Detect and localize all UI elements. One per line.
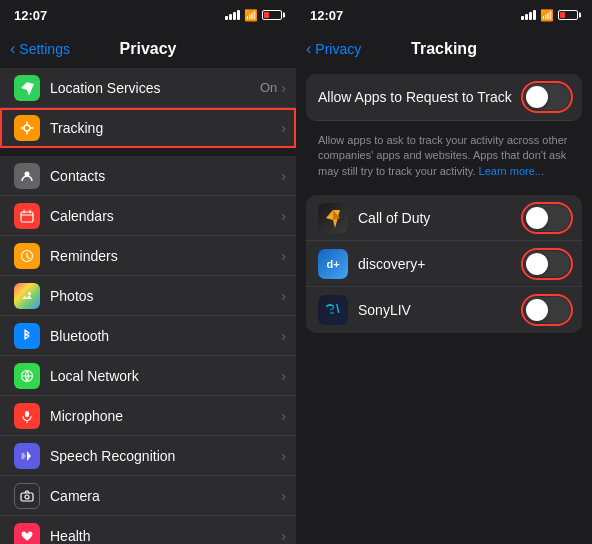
camera-icon	[14, 483, 40, 509]
chevron-reminders: ›	[281, 248, 286, 264]
battery-icon	[262, 10, 282, 20]
svg-rect-7	[21, 493, 33, 501]
location-services-icon	[14, 75, 40, 101]
cod-toggle-knob	[526, 207, 548, 229]
allow-tracking-row: Allow Apps to Request to Track	[306, 74, 582, 121]
microphone-label: Microphone	[50, 408, 281, 424]
list-item-speech-recognition[interactable]: Speech Recognition ›	[0, 436, 296, 476]
nav-bar-right: ‹ Privacy Tracking	[296, 30, 592, 68]
right-panel: 12:07 📶 ‹ Privacy Tracking Allow Apps t	[296, 0, 592, 544]
list-item-reminders[interactable]: Reminders ›	[0, 236, 296, 276]
allow-tracking-toggle[interactable]	[524, 84, 570, 110]
wifi-icon: 📶	[244, 9, 258, 22]
time-right: 12:07	[310, 8, 343, 23]
chevron-photos: ›	[281, 288, 286, 304]
discovery-toggle[interactable]	[524, 251, 570, 277]
tracking-content: Allow Apps to Request to Track Allow app…	[296, 68, 592, 544]
photos-icon	[14, 283, 40, 309]
list-section-top: Location Services On › Tracking ›	[0, 68, 296, 148]
list-item-bluetooth[interactable]: Bluetooth ›	[0, 316, 296, 356]
signal-icon	[225, 10, 240, 20]
svg-rect-2	[21, 212, 33, 222]
speech-recognition-icon	[14, 443, 40, 469]
discovery-app-icon: d+	[318, 249, 348, 279]
disc-toggle-knob	[526, 253, 548, 275]
chevron-bluetooth: ›	[281, 328, 286, 344]
speech-recognition-label: Speech Recognition	[50, 448, 281, 464]
sony-toggle-knob	[526, 299, 548, 321]
back-button-left[interactable]: ‹ Settings	[10, 40, 70, 58]
list-item-calendars[interactable]: Calendars ›	[0, 196, 296, 236]
svg-point-4	[28, 292, 31, 295]
local-network-icon	[14, 363, 40, 389]
allow-tracking-label: Allow Apps to Request to Track	[318, 89, 524, 105]
reminders-label: Reminders	[50, 248, 281, 264]
wifi-icon-right: 📶	[540, 9, 554, 22]
sonyliv-name: SonyLIV	[358, 302, 524, 318]
toggle-knob	[526, 86, 548, 108]
sonyliv-app-icon	[318, 295, 348, 325]
learn-more-link[interactable]: Learn more...	[479, 165, 544, 177]
chevron-camera: ›	[281, 488, 286, 504]
back-button-right[interactable]: ‹ Privacy	[306, 40, 361, 58]
time-left: 12:07	[14, 8, 47, 23]
location-services-label: Location Services	[50, 80, 260, 96]
app-row-discovery: d+ discovery+	[306, 241, 582, 287]
list-item-camera[interactable]: Camera ›	[0, 476, 296, 516]
health-icon	[14, 523, 40, 545]
allow-tracking-section: Allow Apps to Request to Track	[306, 74, 582, 121]
location-services-value: On	[260, 80, 277, 95]
bluetooth-icon	[14, 323, 40, 349]
microphone-icon	[14, 403, 40, 429]
call-of-duty-toggle[interactable]	[524, 205, 570, 231]
page-title-left: Privacy	[120, 40, 177, 58]
chevron-local-network: ›	[281, 368, 286, 384]
apps-section: Call of Duty d+ discovery+	[306, 195, 582, 333]
nav-bar-left: ‹ Settings Privacy	[0, 30, 296, 68]
tracking-label: Tracking	[50, 120, 281, 136]
chevron-health: ›	[281, 528, 286, 544]
back-chevron-left: ‹	[10, 40, 15, 58]
list-item-health[interactable]: Health ›	[0, 516, 296, 544]
list-item-photos[interactable]: Photos ›	[0, 276, 296, 316]
list-item-local-network[interactable]: Local Network ›	[0, 356, 296, 396]
discovery-name: discovery+	[358, 256, 524, 272]
contacts-icon	[14, 163, 40, 189]
back-label-right: Privacy	[315, 41, 361, 57]
chevron-tracking: ›	[281, 120, 286, 136]
reminders-icon	[14, 243, 40, 269]
privacy-list: Location Services On › Tracking ›	[0, 68, 296, 544]
list-item-tracking[interactable]: Tracking ›	[0, 108, 296, 148]
local-network-label: Local Network	[50, 368, 281, 384]
tracking-icon	[14, 115, 40, 141]
chevron-location-services: ›	[281, 80, 286, 96]
contacts-label: Contacts	[50, 168, 281, 184]
list-section-apps: Contacts › Calendars ›	[0, 156, 296, 544]
svg-rect-6	[25, 411, 29, 417]
back-label-left: Settings	[19, 41, 70, 57]
chevron-calendars: ›	[281, 208, 286, 224]
back-chevron-right: ‹	[306, 40, 311, 58]
status-icons-right: 📶	[521, 9, 578, 22]
chevron-contacts: ›	[281, 168, 286, 184]
sonyliv-toggle[interactable]	[524, 297, 570, 323]
page-title-right: Tracking	[411, 40, 477, 58]
call-of-duty-name: Call of Duty	[358, 210, 524, 226]
app-row-call-of-duty: Call of Duty	[306, 195, 582, 241]
chevron-microphone: ›	[281, 408, 286, 424]
bluetooth-label: Bluetooth	[50, 328, 281, 344]
list-item-contacts[interactable]: Contacts ›	[0, 156, 296, 196]
calendars-icon	[14, 203, 40, 229]
list-item-location-services[interactable]: Location Services On ›	[0, 68, 296, 108]
list-item-microphone[interactable]: Microphone ›	[0, 396, 296, 436]
camera-label: Camera	[50, 488, 281, 504]
health-label: Health	[50, 528, 281, 544]
status-icons-left: 📶	[225, 9, 282, 22]
svg-point-0	[24, 125, 30, 131]
calendars-label: Calendars	[50, 208, 281, 224]
status-bar-left: 12:07 📶	[0, 0, 296, 30]
app-row-sonyliv: SonyLIV	[306, 287, 582, 333]
chevron-speech: ›	[281, 448, 286, 464]
call-of-duty-app-icon	[318, 203, 348, 233]
status-bar-right: 12:07 📶	[296, 0, 592, 30]
